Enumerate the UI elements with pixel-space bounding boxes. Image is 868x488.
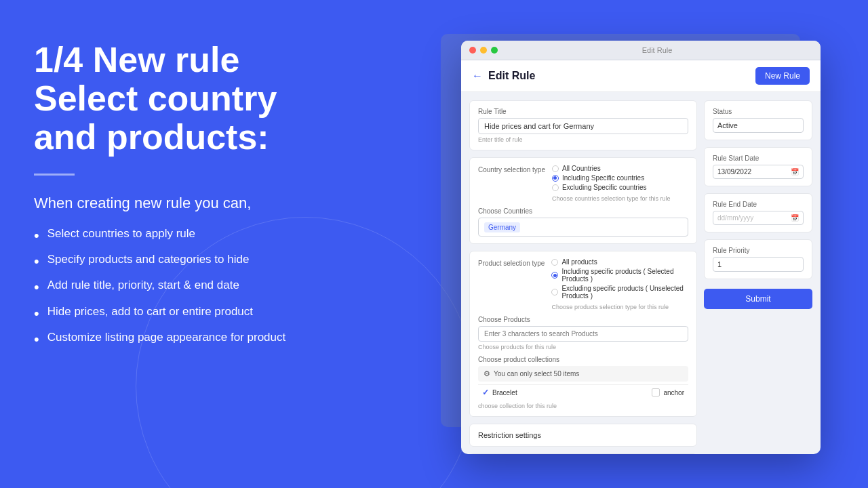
rule-title-hint: Enter title of rule xyxy=(478,136,688,143)
product-option-including[interactable]: Including specific products ( Selected P… xyxy=(551,268,688,283)
end-date-section: Rule End Date dd/mm/yyyy 📅 xyxy=(704,193,812,232)
restriction-settings-label: Restriction settings xyxy=(478,431,541,439)
radio-circle-excluding xyxy=(552,184,559,191)
start-date-input[interactable]: 13/09/2022 📅 xyxy=(713,165,804,179)
browser-content: ← Edit Rule New Rule Rule Title Enter ti… xyxy=(461,60,821,454)
radio-circle-excluding-products xyxy=(551,289,558,296)
product-option-all-label: All products xyxy=(561,258,597,266)
product-selection-section: Product selection type All products xyxy=(469,251,697,417)
country-option-excluding-label: Excluding Specific countries xyxy=(562,184,647,191)
country-option-excluding[interactable]: Excluding Specific countries xyxy=(552,184,688,191)
calendar-icon: 📅 xyxy=(791,168,799,176)
radio-circle-including-products xyxy=(551,272,558,279)
check-icon-bracelet: ✓ xyxy=(482,388,489,397)
end-date-label: Rule End Date xyxy=(713,201,804,208)
collections-hint: choose collection for this rule xyxy=(478,403,688,409)
start-date-value: 13/09/2022 xyxy=(717,168,751,176)
browser-titlebar-text: Edit Rule xyxy=(502,46,812,54)
status-label: Status xyxy=(713,108,804,115)
country-option-all[interactable]: All Countries xyxy=(552,165,688,172)
start-date-label: Rule Start Date xyxy=(713,155,804,162)
radio-circle-all-products xyxy=(551,259,558,266)
radio-circle-all xyxy=(552,165,559,172)
product-hint: Choose products selection type for this … xyxy=(551,304,688,310)
left-column: Rule Title Enter title of rule Country s… xyxy=(469,100,697,446)
checkbox-anchor[interactable] xyxy=(652,388,660,396)
restriction-settings-section[interactable]: Restriction settings xyxy=(469,424,697,447)
rule-title-label: Rule Title xyxy=(478,108,688,115)
product-option-all[interactable]: All products xyxy=(551,258,688,266)
dot-red xyxy=(469,47,476,54)
product-option-excluding-label: Excluding specific products ( Unselected… xyxy=(561,285,688,300)
choose-products-hint: Choose products for this rule xyxy=(478,344,688,350)
end-date-placeholder: dd/mm/yyyy xyxy=(717,214,753,222)
priority-label: Rule Priority xyxy=(713,247,804,254)
choose-products-label: Choose Products xyxy=(478,316,688,323)
country-selection-label: Country selection type xyxy=(478,166,545,174)
product-option-including-label: Including specific products ( Selected P… xyxy=(561,268,688,283)
right-column: Status Active Inactive Rule Start Date 1… xyxy=(704,100,812,446)
priority-input[interactable] xyxy=(713,257,804,272)
browser-window: Edit Rule ← Edit Rule New Rule Rule Titl… xyxy=(461,41,821,454)
end-calendar-icon: 📅 xyxy=(791,214,799,222)
country-option-including-label: Including Specific countries xyxy=(562,174,644,182)
collections-limit-header: ⚙ You can only select 50 items xyxy=(478,366,688,382)
new-rule-button[interactable]: New Rule xyxy=(755,67,810,85)
product-radio-group: All products Including specific products… xyxy=(551,258,688,300)
right-panel: Edit Rule ← Edit Rule New Rule Rule Titl… xyxy=(420,0,868,488)
country-option-including[interactable]: Including Specific countries xyxy=(552,174,688,182)
main-heading: 1/4 New rule Select country and products… xyxy=(34,41,387,157)
end-date-input[interactable]: dd/mm/yyyy 📅 xyxy=(713,211,804,225)
browser-titlebar: Edit Rule xyxy=(461,41,821,60)
country-input-wrapper[interactable]: Germany xyxy=(478,218,688,237)
collection-name-anchor[interactable]: anchor xyxy=(663,389,684,396)
collections-limit-text: You can only select 50 items xyxy=(494,370,579,378)
choose-products-input[interactable] xyxy=(478,326,688,342)
back-arrow-icon[interactable]: ← xyxy=(472,70,483,82)
country-radio-group: All Countries Including Specific countri… xyxy=(552,165,688,191)
product-option-excluding[interactable]: Excluding specific products ( Unselected… xyxy=(551,285,688,300)
app-body: Rule Title Enter title of rule Country s… xyxy=(461,92,821,454)
collection-row-bracelet: ✓ Bracelet anchor xyxy=(478,384,688,400)
gear-icon: ⚙ xyxy=(484,369,490,378)
country-hint: Choose countries selection type for this… xyxy=(552,195,688,202)
dot-green xyxy=(491,47,498,54)
submit-button[interactable]: Submit xyxy=(704,289,812,309)
country-selection-section: Country selection type All Countries xyxy=(469,157,697,244)
rule-title-section: Rule Title Enter title of rule xyxy=(469,100,697,150)
rule-title-input[interactable] xyxy=(478,118,688,134)
app-title: Edit Rule xyxy=(488,70,535,82)
choose-collections-label: Choose product collections xyxy=(478,356,688,363)
country-option-all-label: All Countries xyxy=(562,165,601,172)
app-header: ← Edit Rule New Rule xyxy=(461,60,821,92)
divider xyxy=(34,174,75,176)
choose-countries-label: Choose Countries xyxy=(478,207,688,215)
country-tag-germany[interactable]: Germany xyxy=(484,222,520,232)
status-section: Status Active Inactive xyxy=(704,100,812,140)
dot-yellow xyxy=(480,47,487,54)
listing-page-settings-section[interactable]: Listing page settings xyxy=(469,453,697,454)
app-header-left: ← Edit Rule xyxy=(472,70,535,82)
subtitle: When creating new rule you can, xyxy=(34,195,387,212)
start-date-section: Rule Start Date 13/09/2022 📅 xyxy=(704,147,812,186)
priority-section: Rule Priority xyxy=(704,239,812,279)
radio-circle-including xyxy=(552,175,559,182)
product-selection-label: Product selection type xyxy=(478,260,545,267)
left-panel: 1/4 New rule Select country and products… xyxy=(0,0,420,488)
status-select[interactable]: Active Inactive xyxy=(713,118,804,133)
collection-name-bracelet[interactable]: Bracelet xyxy=(492,389,517,396)
